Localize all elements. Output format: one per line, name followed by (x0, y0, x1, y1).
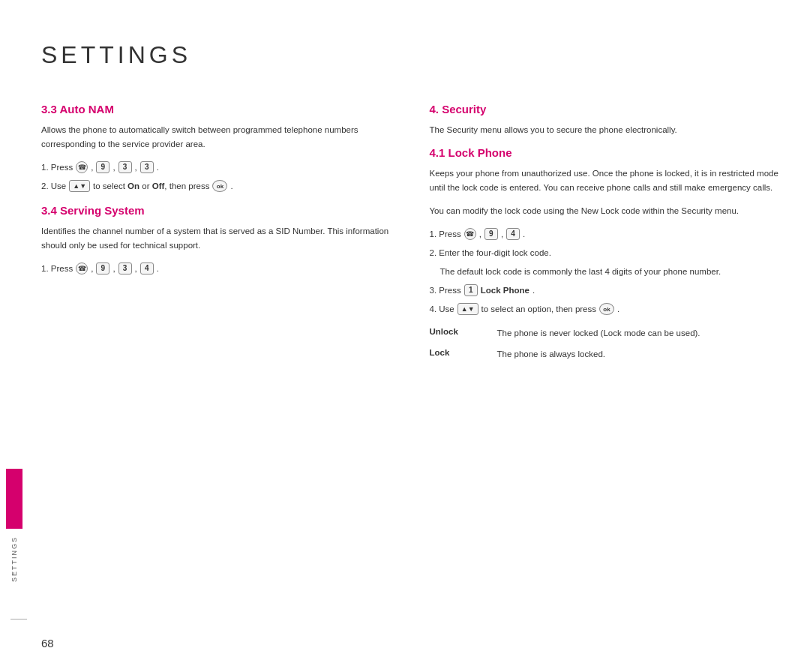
sidebar-label: SETTINGS (10, 536, 18, 582)
option-unlock-desc: The phone is never locked (Lock mode can… (497, 327, 781, 340)
sidebar-line (10, 619, 27, 620)
section-4-1-body2: You can modify the lock code using the N… (430, 204, 781, 218)
step-3-3-2: 2. Use ▲▼ to select On or Off, then pres… (41, 179, 392, 194)
step-4-1-2-sub: The default lock code is commonly the la… (430, 265, 781, 279)
section-3-4: 3.4 Serving System Identifies the channe… (41, 204, 392, 276)
step-4-1-1: 1. Press ☎ , 9 , 4 . (430, 227, 781, 242)
section-4-1-heading: 4.1 Lock Phone (430, 146, 781, 159)
option-lock-label: Lock (430, 348, 475, 362)
sidebar: SETTINGS (0, 0, 28, 672)
section-3-3: 3.3 Auto NAM Allows the phone to automat… (41, 103, 392, 194)
key-3-1: 3 (118, 161, 132, 173)
key-3-2: 3 (140, 161, 154, 173)
key-9-2: 9 (96, 262, 110, 274)
section-4: 4. Security The Security menu allows you… (430, 103, 781, 137)
options-table: Unlock The phone is never locked (Lock m… (430, 327, 781, 362)
section-3-3-heading: 3.3 Auto NAM (41, 103, 392, 116)
key-4-2: 4 (506, 228, 520, 240)
key-9-3: 9 (484, 228, 498, 240)
key-phone-2: ☎ (76, 262, 88, 274)
option-unlock-label: Unlock (430, 327, 475, 340)
section-3-3-body: Allows the phone to automatically switch… (41, 123, 392, 152)
key-ok-1: ok (212, 180, 227, 192)
right-column: 4. Security The Security menu allows you… (430, 103, 781, 368)
sidebar-color-bar (6, 469, 22, 529)
key-nav-2: ▲▼ (458, 303, 478, 315)
main-content: SETTINGS 3.3 Auto NAM Allows the phone t… (41, 0, 810, 672)
key-3-3: 3 (118, 262, 132, 274)
option-lock-desc: The phone is always locked. (497, 348, 781, 362)
step-4-1-4: 4. Use ▲▼ to select an option, then pres… (430, 302, 781, 316)
step-4-1-3: 3. Press 1 Lock Phone . (430, 284, 781, 298)
key-ok-2: ok (599, 303, 614, 315)
key-phone-1: ☎ (76, 161, 88, 173)
step-3-4-1: 1. Press ☎ , 9 , 3 , 4 . (41, 262, 392, 276)
option-unlock-row: Unlock The phone is never locked (Lock m… (430, 327, 781, 340)
left-column: 3.3 Auto NAM Allows the phone to automat… (41, 103, 392, 368)
step-3-3-1: 1. Press ☎ , 9 , 3 , 3 . (41, 160, 392, 175)
step-4-1-2: 2. Enter the four-digit lock code. (430, 246, 781, 260)
key-1-1: 1 (464, 284, 478, 296)
section-4-heading: 4. Security (430, 103, 781, 116)
page-title: SETTINGS (41, 41, 780, 69)
section-3-3-steps: 1. Press ☎ , 9 , 3 , 3 . 2. Use (41, 160, 392, 194)
key-phone-3: ☎ (464, 228, 476, 240)
option-lock-row: Lock The phone is always locked. (430, 348, 781, 362)
key-4-1: 4 (140, 262, 154, 274)
section-3-4-body: Identifies the channel number of a syste… (41, 224, 392, 253)
key-9-1: 9 (96, 161, 110, 173)
columns-container: 3.3 Auto NAM Allows the phone to automat… (41, 103, 780, 368)
key-nav-1: ▲▼ (69, 180, 90, 192)
section-4-body: The Security menu allows you to secure t… (430, 123, 781, 137)
section-4-1: 4.1 Lock Phone Keeps your phone from una… (430, 146, 781, 361)
section-3-4-heading: 3.4 Serving System (41, 204, 392, 217)
page: SETTINGS 68 SETTINGS 3.3 Auto NAM Allows… (0, 0, 810, 672)
section-3-4-steps: 1. Press ☎ , 9 , 3 , 4 . (41, 262, 392, 276)
section-4-1-body1: Keeps your phone from unauthorized use. … (430, 166, 781, 195)
step-label: 1. Press (41, 160, 73, 175)
section-4-1-steps: 1. Press ☎ , 9 , 4 . 2. Enter the four-d… (430, 227, 781, 316)
